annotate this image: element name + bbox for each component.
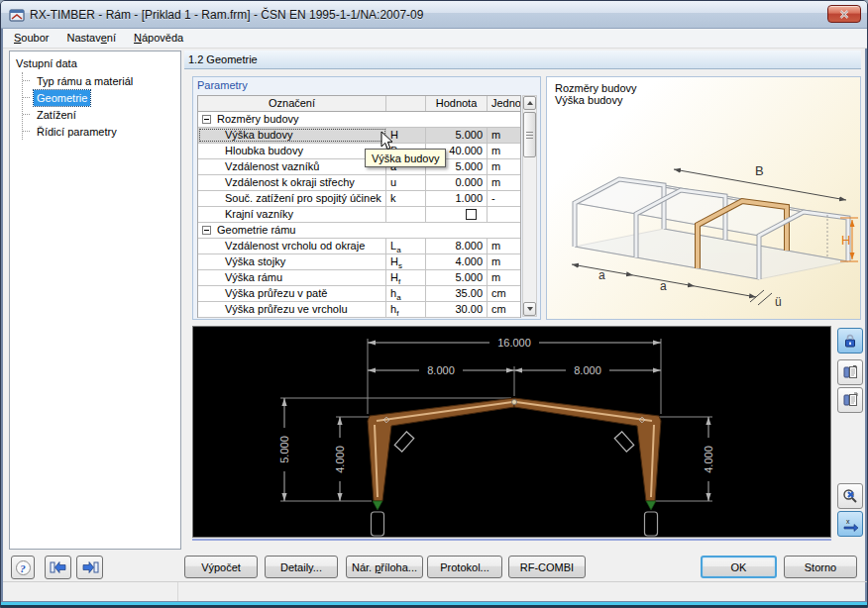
param-symbol: k — [386, 191, 426, 206]
checkbox-unchecked[interactable] — [466, 209, 477, 220]
help-icon: ? — [16, 560, 31, 575]
scroll-down-icon — [527, 307, 533, 311]
frame-drawing-panel[interactable]: 16.000 8.000 8.000 5.000 4.000 4.000 — [192, 326, 831, 538]
rf-combi-button[interactable]: RF-COMBI — [508, 556, 586, 578]
status-bar — [3, 581, 867, 602]
param-label[interactable]: Hloubka budovy — [198, 144, 386, 158]
param-value[interactable]: 4.000 — [426, 254, 488, 269]
table-row[interactable]: Vzdálenost k okraji střechy u 0.000 m — [198, 175, 520, 191]
sidebar-item-typ-ramu[interactable]: Typ rámu a materiál — [23, 72, 174, 89]
table-row[interactable]: Hloubka budovy B 40.000 m — [198, 144, 520, 159]
help-button[interactable]: ? — [11, 556, 35, 579]
parameters-table: Označení Hodnota Jednot Rozměry budovy V… — [197, 95, 521, 318]
param-checkbox-cell — [426, 207, 488, 222]
param-label[interactable]: Souč. zatížení pro spojitý účinek — [198, 191, 386, 206]
col-symbol[interactable] — [386, 96, 426, 111]
table-row[interactable]: Souč. zatížení pro spojitý účinek k 1.00… — [198, 191, 520, 207]
param-label[interactable]: Vzdálenost vazníků — [198, 159, 386, 174]
preview-caption-param: Výška budovy — [547, 94, 860, 106]
ok-button[interactable]: OK — [701, 556, 777, 578]
table-row[interactable]: Výška rámu Hf 5.000 m — [198, 270, 520, 286]
param-value[interactable]: 1.000 — [426, 191, 488, 206]
param-unit: m — [488, 175, 520, 190]
window-title: RX-TIMBER - Rám - [Priklad 1 - Ram.frm] … — [30, 8, 423, 22]
table-group-row[interactable]: Geometrie rámu — [198, 223, 520, 239]
table-row[interactable]: Vzdálenost vrcholu od okraje La 8.000 m — [198, 239, 520, 254]
param-value[interactable]: 8.000 — [426, 239, 488, 253]
group-label: Rozměry budovy — [217, 112, 299, 127]
preview-caption-group: Rozměry budovy — [547, 77, 860, 94]
mouse-cursor — [380, 131, 394, 152]
collapse-icon[interactable] — [202, 226, 211, 235]
print-page-icon — [842, 392, 858, 408]
param-unit — [488, 207, 520, 222]
detaily-button[interactable]: Detaily... — [265, 556, 338, 578]
param-label[interactable]: Krajní vazníky — [198, 207, 386, 222]
param-label[interactable]: Výška stojky — [198, 254, 386, 269]
param-value[interactable]: 35.00 — [426, 286, 488, 301]
vypocet-button[interactable]: Výpočet — [184, 556, 258, 578]
collapse-icon[interactable] — [202, 115, 211, 124]
table-row[interactable]: Výška průřezu ve vrcholu hf 30.00 cm — [198, 302, 520, 318]
param-value[interactable]: 0.000 — [426, 175, 488, 190]
svg-text:8.000: 8.000 — [427, 364, 455, 376]
menu-nastaveni[interactable]: Nastavení — [57, 29, 125, 48]
param-unit: cm — [488, 302, 520, 317]
param-label[interactable]: Výška rámu — [198, 270, 386, 285]
sidebar-item-geometrie[interactable]: Geometrie — [23, 89, 174, 106]
param-unit: - — [488, 191, 520, 206]
zoom-reset-button[interactable] — [837, 483, 863, 509]
param-label[interactable]: Výška průřezu ve vrcholu — [198, 302, 386, 317]
title-bar[interactable]: RX-TIMBER - Rám - [Priklad 1 - Ram.frm] … — [1, 1, 868, 29]
svg-text:a: a — [598, 268, 605, 282]
scrollbar-thumb[interactable] — [523, 112, 536, 157]
table-row[interactable]: Výška budovy H 5.000 m — [198, 128, 520, 144]
svg-text:H: H — [841, 233, 850, 248]
param-value[interactable]: 5.000 — [426, 128, 488, 143]
param-label[interactable]: Vzdálenost k okraji střechy — [198, 175, 386, 190]
show-dimensions-button[interactable]: x — [837, 511, 863, 537]
param-value[interactable]: 5.000 — [426, 270, 488, 285]
scrollbar-grip-icon — [526, 132, 533, 133]
protokol-button[interactable]: Protokol... — [427, 556, 502, 578]
param-symbol: Hf — [386, 270, 426, 285]
col-hodnota[interactable]: Hodnota — [426, 96, 488, 111]
table-row[interactable]: Krajní vazníky — [198, 207, 520, 223]
col-oznaceni[interactable]: Označení — [198, 96, 386, 111]
menu-soubor[interactable]: Soubor — [5, 29, 57, 48]
table-row[interactable]: Výška stojky Hs 4.000 m — [198, 254, 520, 270]
col-jednotka[interactable]: Jednot — [488, 96, 520, 111]
param-symbol: u — [386, 175, 426, 190]
parameters-groupbox: Parametry Označení Hodnota Jednot Rozměr… — [192, 76, 541, 320]
previous-page-button[interactable] — [45, 556, 71, 579]
table-group-row[interactable]: Rozměry budovy — [198, 112, 520, 128]
menu-napoveda[interactable]: Nápověda — [125, 29, 192, 48]
scroll-down-button[interactable] — [523, 302, 536, 316]
param-label[interactable]: Výška budovy — [198, 128, 386, 143]
print-graphic-button[interactable] — [837, 387, 863, 413]
table-row[interactable]: Výška průřezu v patě ha 35.00 cm — [198, 286, 520, 302]
storno-button[interactable]: Storno — [784, 556, 857, 578]
arrow-left-icon — [50, 560, 67, 574]
frame-drawing: 16.000 8.000 8.000 5.000 4.000 4.000 — [193, 327, 830, 537]
param-unit: m — [488, 159, 520, 174]
close-button[interactable] — [827, 5, 861, 23]
sidebar-item-ridici-parametry[interactable]: Řídicí parametry — [23, 123, 174, 140]
svg-text:x: x — [846, 518, 850, 525]
sidebar-item-zatizeni[interactable]: Zatížení — [23, 106, 174, 123]
page-title: 1.2 Geometrie — [184, 51, 861, 69]
next-page-button[interactable] — [76, 556, 103, 579]
group-label: Geometrie rámu — [217, 223, 295, 238]
param-label[interactable]: Výška průřezu v patě — [198, 286, 386, 301]
param-value[interactable]: 30.00 — [426, 302, 488, 317]
svg-text:16.000: 16.000 — [497, 337, 531, 349]
drawing-focus-line — [192, 539, 831, 541]
scroll-up-button[interactable] — [523, 96, 536, 110]
table-row[interactable]: Vzdálenost vazníků a 5.000 m — [198, 159, 520, 175]
svg-text:8.000: 8.000 — [574, 364, 601, 376]
copy-graphic-button[interactable] — [837, 359, 863, 385]
table-scrollbar[interactable] — [522, 95, 537, 317]
narodni-priloha-button[interactable]: Nár. příloha... — [346, 556, 423, 578]
lock-view-button[interactable] — [837, 328, 863, 354]
param-label[interactable]: Vzdálenost vrcholu od okraje — [198, 239, 386, 253]
